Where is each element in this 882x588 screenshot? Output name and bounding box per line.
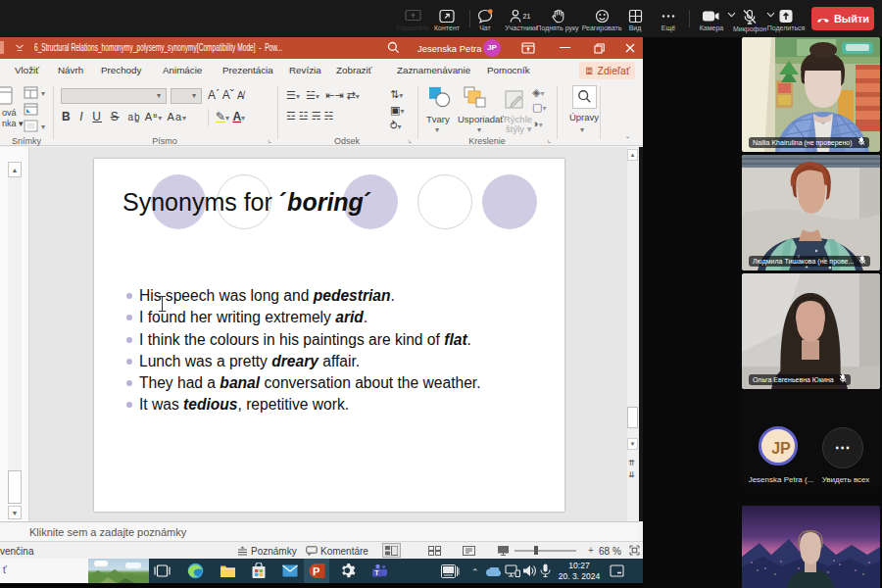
svg-text:P: P — [313, 565, 319, 577]
svg-text:T: T — [374, 569, 378, 576]
svg-text:21: 21 — [523, 13, 531, 20]
